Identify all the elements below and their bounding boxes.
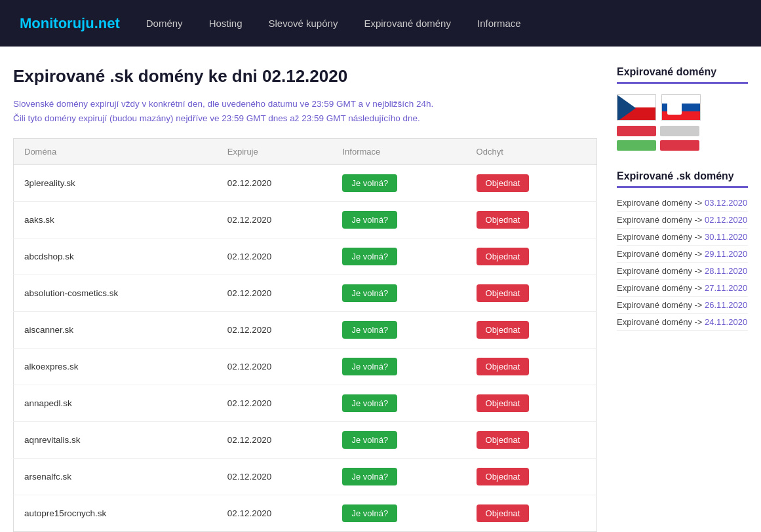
- btn-objednat[interactable]: Objednat: [477, 358, 530, 375]
- table-row: aiscanner.sk 02.12.2020 Je volná? Objedn…: [14, 312, 597, 349]
- cell-odchyt: Objednat: [466, 275, 597, 312]
- nav-expirovane-domeny[interactable]: Expirované domény: [364, 18, 451, 29]
- cell-odchyt: Objednat: [466, 422, 597, 459]
- table-row: aqnrevitalis.sk 02.12.2020 Je volná? Obj…: [14, 422, 597, 459]
- col-informace: Informace: [332, 139, 465, 165]
- cell-domain: alkoexpres.sk: [14, 349, 217, 385]
- sidebar-title-1: Expirované domény: [617, 66, 748, 84]
- cell-info: Je volná?: [332, 349, 465, 385]
- btn-je-volna[interactable]: Je volná?: [342, 431, 397, 449]
- table-row: 3plereality.sk 02.12.2020 Je volná? Obje…: [14, 165, 597, 202]
- flag-czech[interactable]: [617, 94, 656, 121]
- btn-objednat[interactable]: Objednat: [477, 394, 530, 412]
- nav-hosting[interactable]: Hosting: [209, 18, 243, 29]
- cell-odchyt: Objednat: [466, 202, 597, 238]
- btn-je-volna[interactable]: Je volná?: [342, 394, 397, 412]
- cell-info: Je volná?: [332, 385, 465, 422]
- stats-bars: [617, 126, 748, 151]
- sk-link-item[interactable]: Expirované domény -> 02.12.2020: [617, 212, 748, 229]
- intro-line1: Slovenské domény expirují vždy v konkrét…: [13, 97, 597, 111]
- table-row: arsenalfc.sk 02.12.2020 Je volná? Objedn…: [14, 459, 597, 495]
- sidebar-title-2: Expirované .sk domény: [617, 170, 748, 188]
- cell-odchyt: Objednat: [466, 459, 597, 495]
- table-row: annapedl.sk 02.12.2020 Je volná? Objedna…: [14, 385, 597, 422]
- sk-link-item[interactable]: Expirované domény -> 27.11.2020: [617, 280, 748, 297]
- cell-domain: aqnrevitalis.sk: [14, 422, 217, 459]
- nav-slevove-kupony[interactable]: Slevové kupóny: [268, 18, 338, 29]
- col-expiruje: Expiruje: [217, 139, 332, 165]
- flags-row: [617, 94, 748, 121]
- cell-expires: 02.12.2020: [217, 165, 332, 202]
- table-row: aaks.sk 02.12.2020 Je volná? Objednat: [14, 202, 597, 238]
- logo-tld: .net: [94, 15, 120, 31]
- cell-domain: aiscanner.sk: [14, 312, 217, 349]
- sk-link-item[interactable]: Expirované domény -> 28.11.2020: [617, 263, 748, 280]
- cell-info: Je volná?: [332, 459, 465, 495]
- cell-expires: 02.12.2020: [217, 238, 332, 275]
- cell-info: Je volná?: [332, 312, 465, 349]
- btn-je-volna[interactable]: Je volná?: [342, 468, 397, 485]
- cell-domain: absolution-cosmetics.sk: [14, 275, 217, 312]
- logo[interactable]: Monitoruju.net: [20, 15, 120, 32]
- cell-expires: 02.12.2020: [217, 495, 332, 532]
- cell-odchyt: Objednat: [466, 385, 597, 422]
- btn-je-volna[interactable]: Je volná?: [342, 248, 397, 265]
- page-title: Expirované .sk domény ke dni 02.12.2020: [13, 66, 597, 86]
- cell-odchyt: Objednat: [466, 312, 597, 349]
- btn-objednat[interactable]: Objednat: [477, 468, 530, 485]
- cell-info: Je volná?: [332, 275, 465, 312]
- cell-expires: 02.12.2020: [217, 349, 332, 385]
- btn-objednat[interactable]: Objednat: [477, 211, 530, 229]
- btn-je-volna[interactable]: Je volná?: [342, 358, 397, 375]
- cell-info: Je volná?: [332, 165, 465, 202]
- cell-odchyt: Objednat: [466, 495, 597, 532]
- bar-row-1: [617, 126, 748, 136]
- btn-objednat[interactable]: Objednat: [477, 431, 530, 449]
- cell-odchyt: Objednat: [466, 349, 597, 385]
- flag-slovak[interactable]: [661, 94, 701, 121]
- btn-objednat[interactable]: Objednat: [477, 174, 530, 192]
- btn-je-volna[interactable]: Je volná?: [342, 321, 397, 339]
- sidebar-section-flags: Expirované domény: [617, 66, 748, 151]
- btn-objednat[interactable]: Objednat: [477, 504, 530, 522]
- domain-table: Doména Expiruje Informace Odchyt 3plerea…: [13, 138, 597, 532]
- table-row: abcdshop.sk 02.12.2020 Je volná? Objedna…: [14, 238, 597, 275]
- cell-expires: 02.12.2020: [217, 312, 332, 349]
- nav-domeny[interactable]: Domény: [146, 18, 183, 29]
- sk-link-item[interactable]: Expirované domény -> 30.11.2020: [617, 229, 748, 246]
- col-domena: Doména: [14, 139, 217, 165]
- nav-links: Domény Hosting Slevové kupóny Expirované…: [146, 18, 521, 29]
- btn-objednat[interactable]: Objednat: [477, 248, 530, 265]
- bar-green: [617, 140, 656, 151]
- bar-row-2: [617, 140, 748, 151]
- cell-domain: arsenalfc.sk: [14, 459, 217, 495]
- btn-je-volna[interactable]: Je volná?: [342, 504, 397, 522]
- btn-je-volna[interactable]: Je volná?: [342, 211, 397, 229]
- table-row: autopre15rocnych.sk 02.12.2020 Je volná?…: [14, 495, 597, 532]
- col-odchyt: Odchyt: [466, 139, 597, 165]
- cell-odchyt: Objednat: [466, 238, 597, 275]
- cell-domain: annapedl.sk: [14, 385, 217, 422]
- cell-odchyt: Objednat: [466, 165, 597, 202]
- btn-objednat[interactable]: Objednat: [477, 321, 530, 339]
- cell-expires: 02.12.2020: [217, 422, 332, 459]
- cell-domain: aaks.sk: [14, 202, 217, 238]
- sk-link-item[interactable]: Expirované domény -> 26.11.2020: [617, 297, 748, 314]
- sk-link-item[interactable]: Expirované domény -> 29.11.2020: [617, 246, 748, 263]
- cell-info: Je volná?: [332, 238, 465, 275]
- sk-link-item[interactable]: Expirované domény -> 03.12.2020: [617, 195, 748, 212]
- cell-info: Je volná?: [332, 202, 465, 238]
- intro-line2: Čili tyto domény expirují (budou mazány)…: [13, 111, 597, 126]
- btn-je-volna[interactable]: Je volná?: [342, 284, 397, 302]
- nav-informace[interactable]: Informace: [477, 18, 521, 29]
- cell-expires: 02.12.2020: [217, 459, 332, 495]
- bar-red-2: [660, 140, 699, 151]
- cell-expires: 02.12.2020: [217, 202, 332, 238]
- logo-text: Monitoruju: [20, 15, 94, 31]
- cell-domain: abcdshop.sk: [14, 238, 217, 275]
- btn-je-volna[interactable]: Je volná?: [342, 174, 397, 192]
- sk-link-item[interactable]: Expirované domény -> 24.11.2020: [617, 314, 748, 331]
- btn-objednat[interactable]: Objednat: [477, 284, 530, 302]
- cell-info: Je volná?: [332, 422, 465, 459]
- cell-info: Je volná?: [332, 495, 465, 532]
